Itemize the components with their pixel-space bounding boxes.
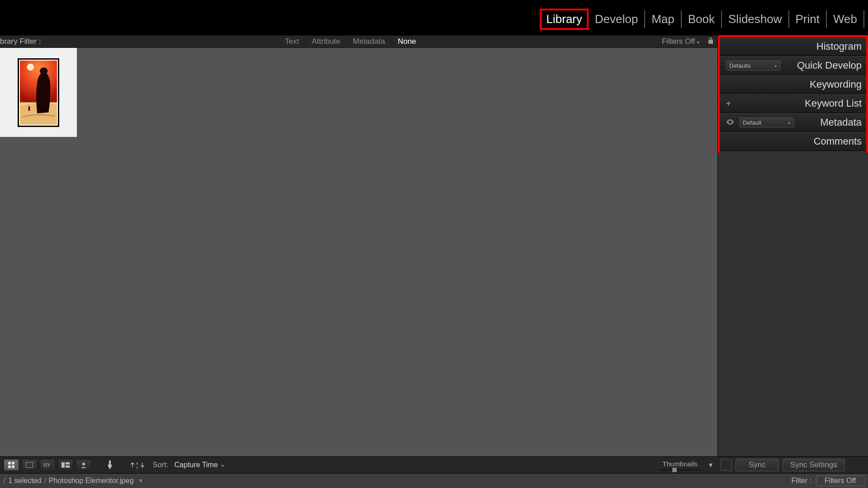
svg-rect-4 bbox=[28, 106, 30, 111]
module-picker: Library Develop Map Book Slideshow Print… bbox=[540, 9, 864, 30]
module-map[interactable]: Map bbox=[645, 10, 682, 28]
panel-keywording[interactable]: Keywording bbox=[720, 75, 866, 94]
status-bar: / 1 selected / Photoshop Elementor.jpeg … bbox=[0, 474, 717, 488]
grid-cell-selected[interactable] bbox=[0, 48, 77, 137]
svg-rect-6 bbox=[12, 462, 14, 465]
filter-tab-text[interactable]: Text bbox=[278, 36, 305, 47]
right-panel-highlight: Histogram Defaults ▸ Quick Develop Keywo… bbox=[718, 35, 868, 155]
right-panel-empty-area bbox=[718, 153, 868, 456]
library-filter-label: brary Filter : bbox=[0, 37, 44, 46]
chevron-down-icon[interactable]: ▼ bbox=[138, 478, 144, 484]
view-loupe-button[interactable] bbox=[22, 459, 37, 471]
chevron-updown-icon: ▸ bbox=[775, 63, 777, 68]
quick-develop-preset-dropdown[interactable]: Defaults ▸ bbox=[726, 61, 780, 70]
svg-text:a: a bbox=[136, 461, 138, 465]
panel-comments[interactable]: Comments bbox=[720, 132, 866, 151]
chevron-updown-icon: ▾ bbox=[222, 463, 224, 468]
filmstrip-filter-status: Filter : Filters Off bbox=[717, 474, 868, 488]
svg-rect-9 bbox=[26, 462, 33, 468]
sort-value: Capture Time bbox=[175, 461, 218, 469]
module-develop[interactable]: Develop bbox=[589, 10, 645, 28]
svg-point-1 bbox=[27, 63, 34, 70]
panel-keyword-list[interactable]: + Keyword List bbox=[720, 94, 866, 113]
svg-rect-5 bbox=[8, 462, 11, 465]
panel-metadata[interactable]: Default ▸ Metadata bbox=[720, 113, 866, 132]
module-library-highlight: Library bbox=[540, 9, 588, 30]
svg-point-3 bbox=[40, 67, 48, 75]
thumbnail-size-label: Thumbnails bbox=[662, 460, 698, 468]
svg-rect-11 bbox=[61, 462, 65, 468]
sort-label: Sort: bbox=[153, 461, 168, 469]
sync-settings-button[interactable]: Sync Settings bbox=[783, 459, 845, 471]
filter-tab-attribute[interactable]: Attribute bbox=[305, 36, 346, 47]
panel-keyword-list-label: Keyword List bbox=[805, 98, 862, 109]
view-compare-button[interactable]: X|Y bbox=[40, 459, 55, 471]
status-selection-count: 1 selected bbox=[8, 477, 41, 485]
svg-point-14 bbox=[82, 463, 85, 465]
metadata-visibility-icon[interactable] bbox=[726, 118, 734, 127]
filmstrip-filter-label: Filter : bbox=[792, 477, 811, 485]
thumbnail-size-control: Thumbnails bbox=[660, 460, 700, 470]
filter-lock-icon[interactable] bbox=[704, 37, 717, 47]
module-print[interactable]: Print bbox=[789, 10, 827, 28]
thumbnail-frame bbox=[18, 58, 59, 127]
module-library[interactable]: Library bbox=[546, 12, 582, 26]
filters-off-toggle[interactable]: Filters Off ▾ bbox=[657, 37, 704, 46]
status-filename[interactable]: Photoshop Elementor.jpeg bbox=[49, 477, 134, 485]
view-grid-button[interactable] bbox=[4, 459, 19, 471]
panel-keywording-label: Keywording bbox=[810, 79, 862, 90]
panel-histogram[interactable]: Histogram bbox=[720, 37, 866, 56]
toolbar-overflow-icon[interactable]: ▼ bbox=[708, 461, 714, 469]
panel-comments-label: Comments bbox=[814, 136, 862, 147]
chevron-updown-icon: ▸ bbox=[788, 120, 791, 125]
grid-view[interactable] bbox=[0, 48, 717, 456]
metadata-preset-dropdown[interactable]: Default ▸ bbox=[740, 117, 794, 127]
sync-toggle-icon[interactable] bbox=[720, 459, 732, 471]
module-book[interactable]: Book bbox=[682, 10, 722, 28]
svg-rect-13 bbox=[66, 465, 70, 468]
panel-metadata-label: Metadata bbox=[820, 117, 862, 128]
module-picker-bar: Library Develop Map Book Slideshow Print… bbox=[0, 0, 868, 35]
painter-tool-icon[interactable] bbox=[102, 459, 118, 471]
svg-rect-12 bbox=[66, 462, 70, 465]
filter-tab-metadata[interactable]: Metadata bbox=[347, 36, 392, 47]
module-web[interactable]: Web bbox=[827, 10, 864, 28]
filter-tab-none[interactable]: None bbox=[392, 36, 423, 47]
panel-histogram-label: Histogram bbox=[816, 41, 862, 52]
grid-toolbar: X|Y a z Sort: Capture Time ▾ Thumbnails … bbox=[0, 456, 717, 474]
filmstrip-filters-off-button[interactable]: Filters Off bbox=[816, 475, 864, 486]
sort-value-dropdown[interactable]: Capture Time ▾ bbox=[175, 461, 224, 469]
svg-text:X|Y: X|Y bbox=[43, 463, 50, 468]
panel-quick-develop[interactable]: Defaults ▸ Quick Develop bbox=[720, 56, 866, 75]
thumbnail-image[interactable] bbox=[19, 60, 58, 126]
sort-direction-toggle[interactable]: a z bbox=[128, 459, 146, 471]
svg-rect-7 bbox=[8, 465, 11, 468]
module-slideshow[interactable]: Slideshow bbox=[722, 10, 789, 28]
metadata-preset-value: Default bbox=[743, 119, 761, 126]
library-filter-bar: brary Filter : Text Attribute Metadata N… bbox=[0, 35, 717, 48]
add-keyword-icon[interactable]: + bbox=[726, 99, 731, 108]
right-panel-group: Histogram Defaults ▸ Quick Develop Keywo… bbox=[717, 35, 868, 456]
svg-text:z: z bbox=[136, 465, 138, 469]
quick-develop-preset-value: Defaults bbox=[729, 62, 751, 69]
view-survey-button[interactable] bbox=[58, 459, 73, 471]
view-people-button[interactable] bbox=[76, 459, 91, 471]
filters-off-label: Filters Off bbox=[662, 37, 695, 46]
panel-quick-develop-label: Quick Develop bbox=[797, 60, 862, 71]
svg-rect-8 bbox=[12, 465, 14, 468]
thumbnail-size-slider[interactable] bbox=[660, 469, 700, 470]
sync-button[interactable]: Sync bbox=[736, 459, 779, 471]
sync-toolbar: Sync Sync Settings bbox=[717, 456, 868, 474]
